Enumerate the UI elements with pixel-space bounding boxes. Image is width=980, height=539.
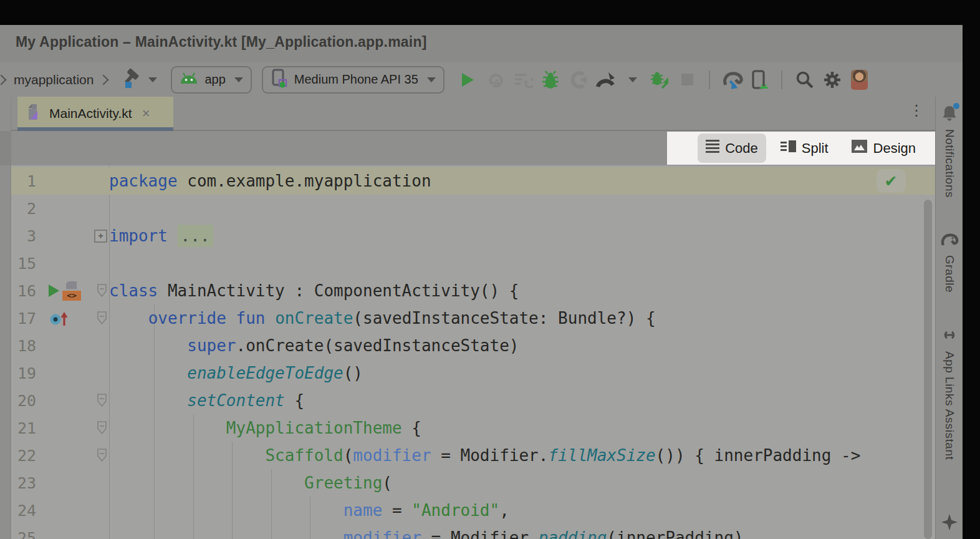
chevron-down-icon [234,77,243,82]
code-text[interactable]: import ... [109,226,213,245]
fold-minus-icon[interactable] [89,284,109,298]
editor-tab-bar: MainActivity.kt × ⋮ [0,97,935,131]
breadcrumb[interactable]: myapplication [14,72,94,87]
code-editor[interactable]: 1package com.example.myapplication23+imp… [11,165,935,539]
right-tool-stripe: NotificationsGradleApp Links Assistant [935,97,963,539]
indent-guide [271,469,272,539]
design-icon [851,138,868,158]
line-number: 18 [11,337,36,355]
more-options-icon[interactable]: ⋮ [909,103,924,118]
code-text[interactable]: package com.example.myapplication [109,172,431,190]
line-number: 24 [11,502,36,520]
code-line-2[interactable]: 2 [11,195,935,222]
gemini-sparkle-icon[interactable] [940,513,959,534]
code-line-24[interactable]: 24 name = "Android", [11,497,935,524]
line-number: 25 [11,529,36,539]
chevron-down-icon [148,77,157,82]
hammer-icon [121,67,143,92]
main-toolbar: myapplication [0,62,963,97]
view-mode-split[interactable]: Split [772,135,837,161]
code-line-19[interactable]: 19 enableEdgeToEdge() [11,359,935,387]
view-mode-switcher: CodeSplitDesign [667,132,935,165]
left-tool-stripe [0,97,11,539]
line-number: 1 [11,172,36,190]
profiler-dropdown-icon[interactable] [622,69,644,90]
tab-mainactivity[interactable]: MainActivity.kt × [17,97,173,130]
scrollbar-thumb[interactable] [924,200,932,539]
view-mode-label: Design [873,142,916,155]
avatar[interactable] [848,69,871,90]
run-configuration-selector[interactable]: app [171,66,251,94]
code-text[interactable]: override fun onCreate(savedInstanceState… [109,309,656,328]
code-line-16[interactable]: 16<>class MainActivity : ComponentActivi… [11,277,935,304]
line-number: 16 [11,282,36,300]
tool-window-button-notifications[interactable]: Notifications [941,104,958,198]
code-text[interactable]: modifier = Modifier.padding(innerPadding… [109,528,744,539]
apply-code-changes-icon [512,69,534,90]
code-line-21[interactable]: 21 MyApplicationTheme { [11,414,935,442]
fold-plus-icon[interactable]: + [89,230,109,243]
indent-guide [310,497,310,539]
code-line-18[interactable]: 18 super.onCreate(savedInstanceState) [11,332,935,359]
tab-label: MainActivity.kt [49,106,132,121]
line-number: 17 [11,309,36,328]
code-line-23[interactable]: 23 Greeting( [11,469,935,497]
code-text[interactable]: enableEdgeToEdge() [109,364,363,382]
tool-window-label: App Links Assistant [943,351,956,460]
code-line-17[interactable]: 17 override fun onCreate(savedInstanceSt… [11,304,935,332]
code-text[interactable]: Greeting( [109,473,392,492]
fold-minus-icon[interactable] [89,311,109,325]
code-line-25[interactable]: 25 modifier = Modifier.padding(innerPadd… [11,524,935,539]
code-text[interactable]: setContent { [109,391,304,410]
code-text[interactable]: class MainActivity : ComponentActivity()… [109,281,519,300]
line-number: 23 [11,474,36,492]
view-mode-code[interactable]: Code [698,134,766,163]
line-number: 20 [11,392,36,410]
editor-header: CodeSplitDesign [11,131,935,165]
run-configuration-label: app [204,72,225,87]
notification-badge [953,103,959,109]
fold-minus-icon[interactable] [89,394,109,407]
profiler-icon[interactable] [594,69,617,90]
compose-file-icon[interactable]: <> [62,281,82,301]
code-text[interactable]: super.onCreate(savedInstanceState) [109,336,519,355]
toolbar-separator [709,70,710,89]
code-line-20[interactable]: 20 setContent { [11,387,935,414]
rerun-activity-icon: A [484,69,507,90]
gutter-icons: <> [36,281,89,301]
attach-debugger-icon[interactable] [649,69,671,90]
device-manager-icon[interactable] [749,69,771,90]
gutter-icons [36,309,89,327]
tool-window-button-gradle[interactable]: Gradle [940,231,959,293]
view-mode-label: Code [725,142,758,155]
fold-minus-icon[interactable] [89,421,109,435]
code-text[interactable]: MyApplicationTheme { [109,419,421,437]
override-method-icon[interactable] [49,309,69,327]
indent-guide [154,304,155,539]
tool-window-button-app-links-assistant[interactable]: App Links Assistant [941,326,958,460]
run-icon[interactable] [457,69,479,90]
run-gutter-icon[interactable] [49,284,59,297]
code-line-15[interactable]: 15 [11,250,935,277]
code-lines: 1package com.example.myapplication23+imp… [11,167,935,539]
inspections-widget[interactable]: ✔ [877,169,905,193]
code-text[interactable]: name = "Android", [109,501,509,520]
title-bar: My Application – MainActivity.kt [My_App… [0,25,963,62]
code-line-1[interactable]: 1package com.example.myapplication [11,167,935,195]
fold-minus-icon[interactable] [89,449,109,462]
apply-changes-icon [567,69,589,90]
bell-icon [941,104,958,124]
code-text[interactable]: Scaffold(modifier = Modifier.fillMaxSize… [109,446,860,465]
build-button[interactable] [121,67,157,92]
code-line-22[interactable]: 22 Scaffold(modifier = Modifier.fillMaxS… [11,442,935,469]
view-mode-design[interactable]: Design [843,134,924,162]
debug-icon[interactable] [539,69,562,90]
sync-gradle-icon[interactable] [721,69,744,90]
close-icon[interactable]: × [142,105,150,122]
settings-icon[interactable] [821,69,843,90]
device-selector[interactable]: Medium Phone API 35 [262,66,444,94]
search-everywhere-icon[interactable] [794,69,816,90]
code-line-3[interactable]: 3+import ... [11,222,935,250]
device-phone-icon [271,68,288,91]
line-number: 3 [11,227,36,245]
